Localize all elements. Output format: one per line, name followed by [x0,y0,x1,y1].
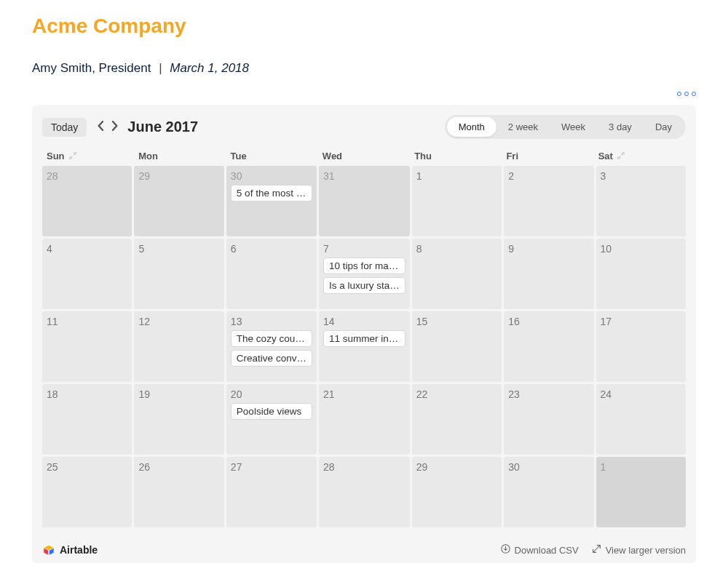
calendar-cell[interactable]: 29 [412,457,502,527]
dow-header-wed: Wed [318,146,410,166]
embed-menu-icon[interactable] [677,92,696,96]
calendar-cell[interactable]: 11 [42,311,132,382]
embed-footer: Airtable Download CSV View larger versio… [32,538,696,563]
view-larger-label: View larger version [606,545,686,556]
download-csv-link[interactable]: Download CSV [501,544,579,556]
calendar-cell[interactable]: 12 [134,311,223,382]
date-number: 5 [138,243,219,255]
company-title: Acme Company [32,15,696,38]
date-number: 13 [231,316,312,327]
airtable-brand[interactable]: Airtable [42,543,98,556]
dow-header-sun: Sun [42,146,134,166]
month-label: June 2017 [127,119,198,135]
calendar-cell[interactable]: 28 [42,166,132,236]
calendar-event[interactable]: The cozy cou… [231,330,312,347]
dow-header-sat: Sat [594,146,686,166]
calendar-event[interactable]: Creative conv… [231,350,312,367]
dow-label: Tue [231,151,247,161]
calendar-cell[interactable]: 26 [134,457,223,527]
calendar-cell[interactable]: 19 [134,384,223,455]
calendar-cell[interactable]: 27 [226,457,317,527]
date-number: 18 [47,388,127,400]
calendar-event[interactable]: 10 tips for ma… [323,257,405,274]
date-number: 16 [508,316,589,327]
calendar-cell[interactable]: 1411 summer in… [319,311,410,382]
calendar-event[interactable]: Poolside views [231,403,312,420]
calendar-cell[interactable]: 6 [226,239,317,309]
column-expand-icon[interactable] [617,151,625,161]
date-number: 27 [231,461,312,473]
brand-label: Airtable [60,544,98,556]
airtable-logo-icon [42,543,55,556]
today-button[interactable]: Today [42,118,87,137]
date-number: 14 [323,316,405,327]
column-expand-icon[interactable] [69,151,76,161]
dow-label: Sun [47,151,65,161]
calendar-embed: Today June 2017 Month2 weekWeek3 dayDay … [32,105,696,563]
dow-label: Mon [138,151,158,161]
view-option-month[interactable]: Month [447,117,496,137]
dow-label: Wed [323,151,342,161]
view-option-day[interactable]: Day [644,117,684,137]
view-option-3-day[interactable]: 3 day [597,117,644,137]
date-number: 19 [138,388,219,400]
date-number: 3 [601,170,681,182]
calendar-cell[interactable]: 2 [504,166,593,236]
calendar-cell[interactable]: 20Poolside views [226,384,317,455]
calendar-cell[interactable]: 3 [596,166,686,236]
calendar-cell[interactable]: 29 [134,166,223,236]
calendar-event[interactable]: 11 summer in… [323,330,405,347]
date-number: 21 [323,388,405,400]
calendar-cell[interactable]: 21 [319,384,410,455]
calendar-cell[interactable]: 18 [42,384,132,455]
calendar-cell[interactable]: 31 [319,166,410,236]
calendar-cell[interactable]: 4 [42,239,132,309]
view-option-week[interactable]: Week [550,117,597,137]
calendar-cell[interactable]: 9 [504,239,593,309]
calendar-event[interactable]: Is a luxury sta… [323,277,405,294]
calendar-cell[interactable]: 17 [596,311,686,382]
subhead-divider: | [159,61,162,75]
date-number: 28 [47,170,127,182]
date-number: 26 [138,461,219,473]
calendar-cell[interactable]: 24 [596,384,686,455]
view-option-2-week[interactable]: 2 week [496,117,550,137]
calendar-cell[interactable]: 10 [596,239,686,309]
date-number: 2 [508,170,589,182]
date-number: 7 [323,243,405,255]
date-number: 29 [416,461,497,473]
date-number: 22 [416,388,497,400]
author-name: Amy Smith, President [32,61,151,75]
calendar-event[interactable]: 5 of the most … [231,185,312,201]
dow-header-row: SunMonTueWedThuFriSat [32,146,696,166]
date-number: 30 [231,170,312,182]
view-larger-link[interactable]: View larger version [592,544,686,556]
calendar-grid: 2829305 of the most …31123456710 tips fo… [32,166,696,538]
calendar-cell[interactable]: 25 [42,457,132,527]
date-number: 12 [138,316,219,327]
calendar-cell[interactable]: 16 [504,311,593,382]
date-number: 4 [47,243,127,255]
calendar-cell[interactable]: 305 of the most … [226,166,317,236]
calendar-cell[interactable]: 22 [412,384,502,455]
date-number: 29 [138,170,219,182]
date-number: 31 [323,170,405,182]
calendar-cell[interactable]: 1 [412,166,502,236]
document-subhead: Amy Smith, President | March 1, 2018 [32,61,696,76]
date-number: 1 [416,170,497,182]
calendar-cell[interactable]: 710 tips for ma…Is a luxury sta… [319,239,410,309]
dow-header-thu: Thu [410,146,502,166]
calendar-cell[interactable]: 30 [504,457,593,527]
calendar-cell[interactable]: 8 [412,239,502,309]
calendar-cell[interactable]: 28 [319,457,410,527]
calendar-cell[interactable]: 13The cozy cou…Creative conv… [226,311,317,382]
calendar-cell[interactable]: 1 [596,457,686,527]
calendar-cell[interactable]: 15 [412,311,502,382]
date-number: 23 [508,388,589,400]
date-number: 24 [601,388,681,400]
prev-month-icon[interactable] [97,121,104,134]
download-icon [501,544,510,556]
calendar-cell[interactable]: 5 [134,239,223,309]
next-month-icon[interactable] [111,121,119,134]
calendar-cell[interactable]: 23 [504,384,593,455]
